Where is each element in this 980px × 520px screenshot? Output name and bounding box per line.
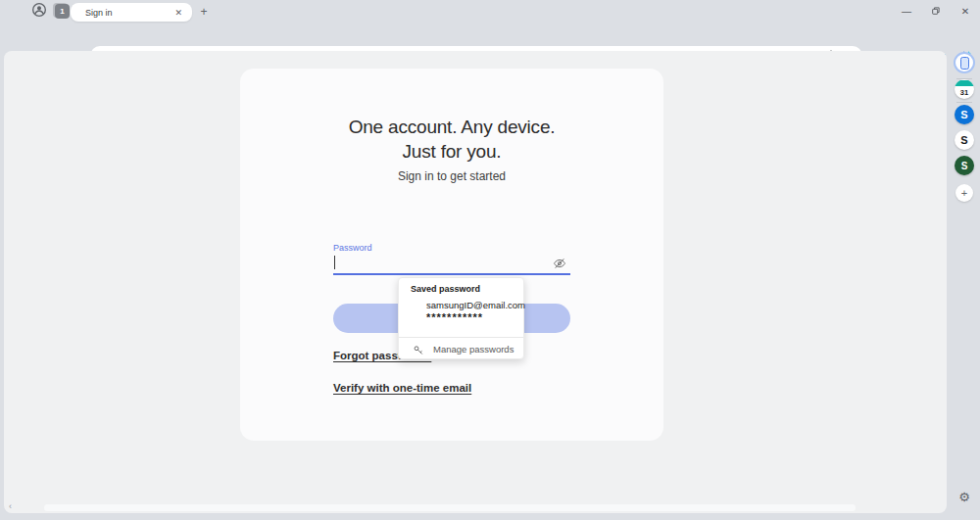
manage-passwords-label: Manage passwords xyxy=(433,344,514,355)
manage-passwords-item[interactable]: Manage passwords xyxy=(399,338,523,359)
edge-sidebar: 31 S S S + ⚙ xyxy=(949,0,980,520)
password-field[interactable] xyxy=(333,254,570,273)
password-label: Password xyxy=(333,243,372,253)
window-minimize-button[interactable]: — xyxy=(896,3,917,20)
tab-sign-in[interactable]: Sign in ✕ xyxy=(71,3,192,22)
password-underline xyxy=(333,273,570,275)
sidebar-item-phone-link[interactable] xyxy=(954,52,975,73)
heading-line2: Just for you. xyxy=(240,139,663,164)
saved-password-dropdown: Saved password samsungID@email.com *****… xyxy=(398,277,524,359)
saved-password-header: Saved password xyxy=(411,284,480,294)
workspaces-button[interactable]: 1 xyxy=(55,4,70,19)
tab-close-icon[interactable]: ✕ xyxy=(172,6,184,20)
phone-icon xyxy=(960,57,969,70)
heading-line1: One account. Any device. xyxy=(240,115,663,139)
profile-icon xyxy=(31,2,47,22)
sign-in-card: One account. Any device. Just for you. S… xyxy=(240,69,663,441)
sidebar-item-app-s-green[interactable]: S xyxy=(955,156,974,175)
sidebar-divider xyxy=(956,102,972,103)
sidebar-item-skype[interactable]: S xyxy=(955,105,974,124)
calendar-day: 31 xyxy=(960,86,968,99)
saved-credential-item[interactable]: samsungID@email.com *********** xyxy=(426,300,525,321)
tab-title: Sign in xyxy=(85,8,172,18)
scroll-left-arrow[interactable]: ‹ xyxy=(9,501,12,511)
one-time-email-link[interactable]: Verify with one-time email xyxy=(333,382,471,394)
profile-button[interactable] xyxy=(31,4,47,20)
sidebar-add-button[interactable]: + xyxy=(956,184,973,202)
sidebar-settings-gear-icon[interactable]: ⚙ xyxy=(958,490,970,504)
key-icon xyxy=(413,343,424,355)
show-password-icon[interactable] xyxy=(553,257,566,270)
masked-password: *********** xyxy=(426,313,525,321)
sidebar-item-outlook-calendar[interactable]: 31 xyxy=(955,79,974,99)
horizontal-scrollbar-thumb[interactable] xyxy=(44,504,856,511)
saved-email: samsungID@email.com xyxy=(426,300,525,310)
text-caret xyxy=(334,256,335,269)
restore-icon xyxy=(931,6,941,18)
web-content: One account. Any device. Just for you. S… xyxy=(4,51,947,513)
workspace-badge: 1 xyxy=(60,7,64,16)
page-title: One account. Any device. Just for you. xyxy=(240,115,663,164)
sidebar-item-app-s[interactable]: S xyxy=(955,130,974,150)
tab-strip: 1 Sign in ✕ + — ✕ xyxy=(0,0,980,22)
page-subtitle: Sign in to get started xyxy=(240,169,663,183)
new-tab-button[interactable]: + xyxy=(196,4,212,20)
toolbar: ‹ › ⌂ ↻ ⊘ ☆ ♡ ☆ ≡ xyxy=(0,22,980,47)
window-restore-button[interactable] xyxy=(925,3,947,20)
